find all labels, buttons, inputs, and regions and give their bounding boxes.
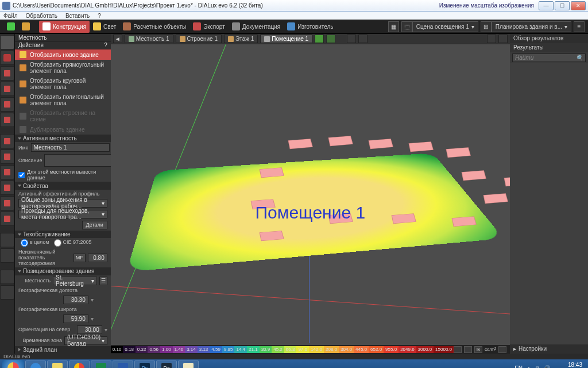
menu-help[interactable]: ?	[98, 13, 101, 19]
tool-stairs[interactable]	[0, 181, 14, 195]
tool-column[interactable]	[0, 165, 14, 179]
maint-radio-a[interactable]	[21, 239, 28, 247]
tool-floor[interactable]	[0, 66, 14, 80]
tb-notes[interactable]	[178, 361, 199, 368]
maint-header[interactable]: Техобслуживание	[15, 231, 111, 238]
results-body	[510, 63, 588, 344]
action-rect-floor[interactable]: Отобразить прямоугольный элемент пола	[15, 60, 111, 76]
scale-seg: 97.0	[296, 346, 309, 353]
tool-window[interactable]	[0, 134, 14, 148]
vp-back[interactable]: ◄	[113, 34, 122, 43]
tool-view2[interactable]	[0, 285, 14, 300]
vp-mode-2[interactable]	[326, 34, 335, 43]
ribbon-tool-1[interactable]: ▦	[388, 21, 399, 32]
tz-dropdown[interactable]: (UTC+03:00) Багдад▾	[64, 336, 107, 345]
ribbon-export[interactable]: Экспорт	[189, 21, 229, 33]
scale-btn-2[interactable]	[464, 346, 472, 353]
action-poly-floor[interactable]: Отобразить полигональный элемент пола	[15, 92, 111, 108]
tool-room[interactable]	[0, 82, 14, 96]
tab-floor[interactable]: Этаж 1	[224, 34, 258, 43]
scale-seg: 2049.6	[399, 346, 416, 353]
scale-seg: 304.0	[339, 346, 354, 353]
tb-ie[interactable]	[25, 361, 46, 368]
scale-btn-1[interactable]	[454, 346, 462, 353]
ribbon-tool-3[interactable]: ⊞	[481, 21, 492, 32]
lon-input[interactable]	[63, 296, 88, 304]
scene-dropdown[interactable]: Сцена освещения 1▾	[412, 21, 478, 32]
tray-lang[interactable]: EN	[514, 365, 523, 369]
ribbon-new[interactable]	[3, 21, 18, 33]
properties-header[interactable]: Свойства	[15, 182, 111, 189]
results-search[interactable]: Найти🔍	[512, 53, 586, 62]
action-new-building[interactable]: Отобразить новое здание	[15, 49, 111, 60]
title-right-hint: Изменение масштаба изображения	[439, 2, 534, 9]
north-input[interactable]	[77, 325, 102, 334]
vp-mode-4[interactable]	[358, 34, 368, 43]
vp-tool-b[interactable]	[498, 34, 508, 43]
menu-insert[interactable]: Вставить	[65, 13, 90, 19]
tool-door[interactable]	[0, 150, 14, 164]
tb-excel[interactable]	[91, 361, 111, 368]
minimize-button[interactable]: —	[539, 1, 554, 10]
lat-input[interactable]	[63, 315, 88, 323]
menu-file[interactable]: Файл	[3, 13, 18, 19]
axis-x	[111, 286, 510, 321]
action-circle-floor[interactable]: Отобразить круговой элемент пола	[15, 76, 111, 92]
tool-view1[interactable]	[0, 270, 14, 284]
vp-mode-3[interactable]	[347, 34, 356, 43]
vp-mode-1[interactable]	[315, 34, 324, 43]
desc-input[interactable]	[44, 154, 110, 167]
menu-edit[interactable]: Обработать	[26, 13, 57, 19]
maint-value-input[interactable]	[88, 254, 107, 262]
tool-cut[interactable]	[0, 113, 14, 127]
tab-locality[interactable]: Местность 1	[125, 34, 173, 43]
ribbon-light[interactable]: Свет	[90, 21, 119, 33]
tab-room[interactable]: Помещение 1	[260, 34, 312, 43]
output-checkbox[interactable]	[18, 172, 25, 178]
system-tray[interactable]: EN ▲ ⊓ 🔊 18:43 04.01.2017	[511, 362, 586, 368]
ribbon-calc-objects[interactable]: Расчетные объекты	[119, 21, 189, 33]
tb-ps[interactable]: Ps	[134, 361, 155, 368]
tb-explorer[interactable]	[47, 361, 68, 368]
city-extra[interactable]: ☰	[99, 277, 107, 285]
close-button[interactable]: ✕	[571, 1, 586, 10]
tab-building[interactable]: Строение 1	[176, 34, 222, 43]
ribbon-open[interactable]	[18, 21, 33, 33]
tool-building[interactable]	[0, 51, 14, 65]
tool-arrow[interactable]	[0, 35, 14, 49]
ribbon-docs[interactable]: Документация	[229, 21, 284, 33]
ribbon-construction[interactable]: Конструкция	[39, 21, 90, 33]
tool-ramp[interactable]	[0, 196, 14, 210]
profile2-dropdown[interactable]: Проходы для пешеходов, места поворотов т…	[18, 210, 107, 218]
start-button[interactable]	[2, 360, 24, 368]
tray-vol-icon: 🔊	[543, 365, 550, 369]
tool-furniture[interactable]	[0, 212, 14, 226]
maint-radio-b[interactable]	[54, 239, 61, 247]
settings-header[interactable]: ▸Настройки	[510, 344, 588, 354]
city-dropdown[interactable]: St. Petersburg▾	[53, 277, 97, 285]
ribbon-tool-4[interactable]: ≡	[574, 21, 585, 32]
canvas-3d[interactable]: Помещение 1	[111, 44, 510, 345]
ribbon-tool-2[interactable]: ⬚	[401, 21, 412, 32]
profile1-dropdown[interactable]: Общие зоны движения в мастерских/на рабо…	[18, 199, 107, 208]
tb-chrome[interactable]	[69, 361, 90, 368]
ribbon-manufacturer[interactable]: Изготовитель	[284, 21, 336, 33]
scale-seg: 45.2	[272, 346, 284, 353]
active-locality-header[interactable]: Активная местность	[15, 135, 111, 142]
tool-roof[interactable]	[0, 97, 14, 112]
name-input[interactable]	[31, 143, 110, 152]
tool-copy[interactable]	[0, 233, 14, 247]
maximize-button[interactable]: ☐	[555, 1, 570, 10]
desc-label: Описание	[18, 158, 42, 163]
scale-btn-3[interactable]: lx	[474, 346, 482, 353]
vp-tool-a[interactable]	[487, 34, 496, 43]
tb-word[interactable]	[113, 361, 133, 368]
tb-dialux[interactable]: Dx	[156, 361, 177, 368]
tool-help[interactable]	[0, 248, 14, 263]
plan-dropdown[interactable]: Планировка здания и в...▾	[492, 21, 571, 32]
city-label: Местность	[18, 278, 51, 283]
details-button[interactable]: Детали	[82, 221, 107, 229]
bg-header[interactable]: Задний план	[15, 346, 111, 354]
scale-seg: 3000.0	[416, 346, 434, 353]
scale-btn-4[interactable]	[498, 346, 506, 353]
